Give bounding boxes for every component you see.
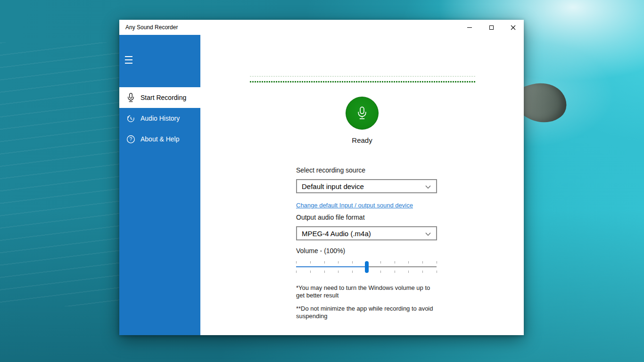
recording-source-value: Default input device bbox=[302, 182, 364, 190]
status-text: Ready bbox=[200, 136, 524, 144]
main-content: Ready Select recording source Default in… bbox=[200, 35, 524, 335]
waveform-baseline-faint bbox=[250, 76, 476, 77]
maximize-icon bbox=[489, 25, 494, 30]
sidebar-item-label: Start Recording bbox=[140, 94, 186, 101]
record-button[interactable] bbox=[346, 97, 379, 130]
output-format-value: MPEG-4 Audio (.m4a) bbox=[302, 230, 371, 238]
microphone-icon bbox=[126, 92, 136, 103]
sidebar: Start Recording Audio History ? bbox=[119, 35, 200, 335]
change-default-device-link[interactable]: Change default Input / output sound devi… bbox=[296, 202, 413, 209]
volume-label: Volume - (100%) bbox=[296, 247, 345, 255]
note-minimize: **Do not minimize the app while recordin… bbox=[296, 305, 438, 320]
window-title: Any Sound Recorder bbox=[119, 24, 459, 31]
titlebar[interactable]: Any Sound Recorder bbox=[119, 20, 524, 35]
sidebar-nav: Start Recording Audio History ? bbox=[119, 87, 200, 149]
sidebar-item-start-recording[interactable]: Start Recording bbox=[119, 87, 200, 108]
chevron-down-icon bbox=[425, 185, 431, 189]
sidebar-item-label: About & Help bbox=[140, 135, 180, 143]
svg-text:?: ? bbox=[130, 137, 132, 142]
microphone-icon bbox=[357, 107, 367, 120]
chevron-down-icon bbox=[425, 232, 431, 236]
volume-slider-thumb[interactable] bbox=[365, 261, 369, 273]
note-volume: *You may need to turn the Windows volume… bbox=[296, 284, 438, 299]
window-controls bbox=[459, 20, 524, 35]
recording-source-dropdown[interactable]: Default input device bbox=[296, 179, 437, 193]
help-icon: ? bbox=[126, 134, 136, 144]
minimize-button[interactable] bbox=[459, 20, 480, 35]
app-window: Any Sound Recorder bbox=[119, 20, 524, 335]
volume-slider[interactable] bbox=[296, 261, 437, 273]
waveform-baseline bbox=[250, 81, 476, 82]
maximize-button[interactable] bbox=[480, 20, 502, 35]
recording-source-label: Select recording source bbox=[296, 166, 365, 174]
history-icon bbox=[126, 113, 136, 123]
close-icon bbox=[511, 25, 516, 30]
hamburger-icon bbox=[125, 56, 132, 57]
output-format-label: Output audio file format bbox=[296, 214, 365, 221]
sidebar-item-label: Audio History bbox=[140, 115, 180, 122]
close-button[interactable] bbox=[502, 20, 524, 35]
output-format-dropdown[interactable]: MPEG-4 Audio (.m4a) bbox=[296, 226, 437, 240]
slider-fill bbox=[296, 266, 367, 267]
hamburger-menu-button[interactable] bbox=[119, 50, 142, 69]
sidebar-item-audio-history[interactable]: Audio History bbox=[119, 108, 200, 129]
minimize-icon bbox=[467, 27, 472, 28]
sidebar-item-about-help[interactable]: ? About & Help bbox=[119, 129, 200, 149]
